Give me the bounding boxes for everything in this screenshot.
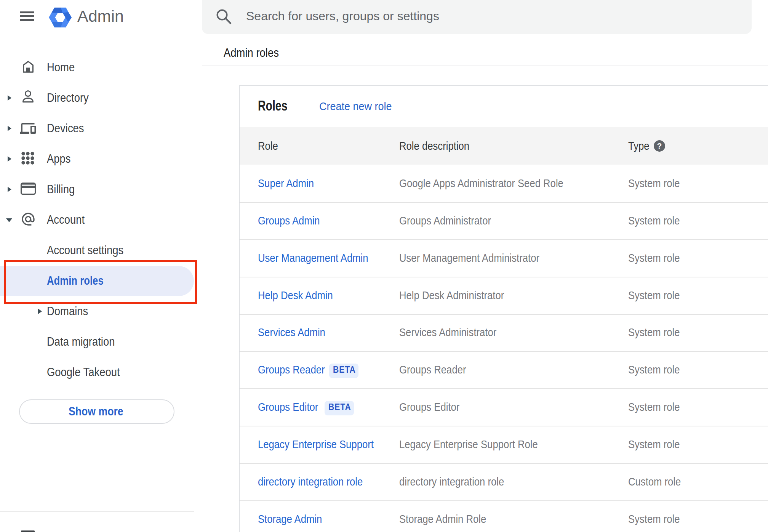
svg-text:?: ?: [657, 141, 662, 150]
